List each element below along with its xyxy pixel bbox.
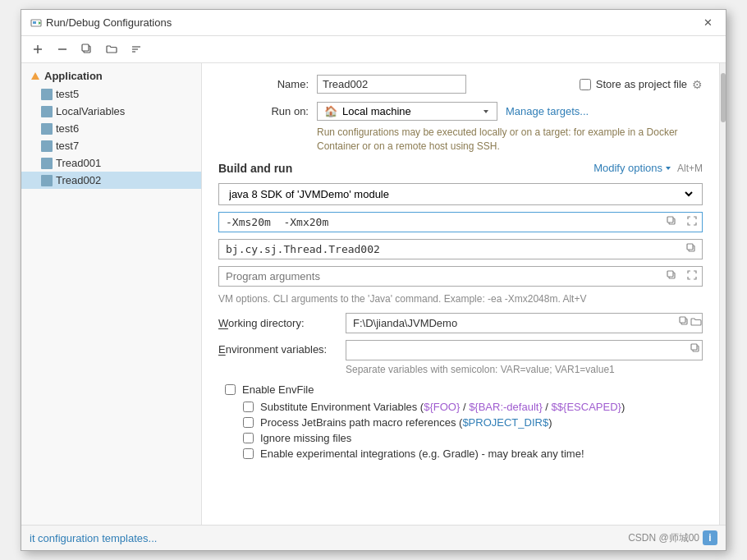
sdk-select-row: java 8 SDK of 'JVMDemo' module [218,183,703,205]
scrollbar-thumb[interactable] [721,73,726,122]
modify-options-area: Modify options Alt+M [593,162,703,174]
name-row: Name: Store as project file ⚙ [218,75,703,94]
remove-config-button[interactable] [53,39,72,59]
svg-rect-17 [687,244,693,250]
sub-checkbox-3[interactable] [243,433,254,443]
run-on-value: Local machine [342,105,411,117]
add-config-button[interactable] [28,39,48,59]
run-debug-dialog: Run/Debug Configurations ✕ [21,9,726,551]
sub-checkbox-1[interactable] [243,402,254,412]
vm-options-input[interactable] [219,213,662,232]
main-panel: Name: Store as project file ⚙ Run on: 🏠 … [202,63,719,525]
run-hint-text: Run configurations may be executed local… [317,126,703,154]
scrollbar[interactable] [719,63,726,525]
sub-checkbox-4[interactable] [243,448,254,459]
folder-icon [690,316,702,328]
toolbar [21,36,726,63]
env-vars-underline: E [218,343,226,356]
main-class-input[interactable] [219,240,682,259]
config-icon [41,106,53,117]
sidebar-item-tread001[interactable]: Tread001 [21,154,201,172]
program-args-expand-icon[interactable] [682,267,702,285]
bottom-right-info: CSDN @师城00 i [628,530,717,545]
store-project-label: Store as project file [596,78,687,90]
add-icon [31,43,44,56]
run-on-dropdown[interactable]: 🏠 Local machine [317,102,497,121]
working-dir-underline: W [218,317,228,329]
env-vars-hint: Separate variables with semicolon: VAR=v… [346,364,703,375]
main-content: Application test5 LocalVariables test6 t… [21,63,726,525]
config-icon [41,175,53,186]
close-button[interactable]: ✕ [699,15,717,30]
name-left: Name: [218,75,466,94]
store-project-checkbox[interactable] [580,79,591,90]
copy-config-button[interactable] [77,39,97,59]
svg-marker-11 [31,72,39,80]
working-dir-input-wrapper [346,313,703,333]
sub-checkbox-2-label: Process JetBrains path macro references … [260,416,552,429]
expand-icon [686,269,698,281]
sub-checkbox-2[interactable] [243,417,254,428]
build-run-header: Build and run Modify options Alt+M [218,162,703,175]
sdk-dropdown[interactable]: java 8 SDK of 'JVMDemo' module [226,187,695,201]
sidebar-item-label: test6 [56,122,79,135]
program-args-input-wrapper [218,266,703,287]
sidebar-item-tread002[interactable]: Tread002 [21,172,201,189]
sub-checkbox-2-row: Process JetBrains path macro references … [218,416,703,429]
working-dir-input[interactable] [346,314,679,333]
folder-icon [105,43,118,56]
run-on-row: Run on: 🏠 Local machine Manage targets..… [218,102,703,121]
home-icon: 🏠 [324,105,337,117]
config-icon [41,140,53,152]
folder-config-button[interactable] [102,39,121,59]
main-class-copy-icon[interactable] [682,241,702,257]
sidebar-item-test5[interactable]: test5 [21,85,201,103]
working-dir-label: Working directory: [218,317,337,329]
sidebar-item-localvariables[interactable]: LocalVariables [21,103,201,120]
sidebar: Application test5 LocalVariables test6 t… [21,63,202,525]
sub-checkbox-1-label: Substitute Environment Variables (${FOO}… [260,401,625,413]
config-templates-link[interactable]: it configuration templates... [30,532,157,544]
program-args-copy-icon[interactable] [662,268,682,284]
env-vars-input[interactable] [346,341,690,360]
sub-checkbox-3-label: Ignore missing files [260,432,351,444]
env-vars-copy-icon[interactable] [690,343,702,357]
modify-options-link[interactable]: Modify options [593,162,672,174]
program-args-input[interactable] [219,267,662,286]
vm-options-expand-icon[interactable] [682,213,702,231]
manage-targets-link[interactable]: Manage targets... [506,105,589,117]
copy-icon [667,270,678,282]
svg-rect-15 [667,217,673,223]
dropdown-arrow-icon [482,108,490,116]
svg-rect-21 [680,317,685,323]
config-icon [41,123,53,135]
dialog-icon [30,16,43,30]
sort-icon [130,43,143,56]
expand-icon [686,215,698,227]
gear-icon[interactable]: ⚙ [692,78,703,91]
name-input[interactable] [317,75,466,94]
sub-checkbox-3-row: Ignore missing files [218,432,703,444]
working-dir-folder-icon[interactable] [690,316,702,330]
sidebar-item-test6[interactable]: test6 [21,120,201,137]
svg-marker-12 [483,110,488,113]
sort-config-button[interactable] [126,39,146,59]
info-badge[interactable]: i [703,530,717,545]
sub-checkbox-1-row: Substitute Environment Variables (${FOO}… [218,401,703,413]
sdk-select[interactable]: java 8 SDK of 'JVMDemo' module [218,183,703,205]
svg-rect-1 [33,21,36,24]
build-run-title: Build and run [218,162,292,175]
title-bar: Run/Debug Configurations ✕ [21,10,726,36]
sidebar-item-test7[interactable]: test7 [21,137,201,154]
config-icon [41,89,53,100]
application-section-icon [30,71,41,82]
config-icon [41,158,53,169]
env-vars-label: Environment variables: [218,340,337,356]
vm-options-input-wrapper [218,212,703,232]
vm-options-copy-icon[interactable] [662,213,682,230]
working-dir-copy-icon[interactable] [679,316,690,330]
copy-icon [686,243,698,255]
enable-envfile-checkbox[interactable] [225,384,236,395]
bottom-bar: it configuration templates... CSDN @师城00… [21,525,726,550]
vm-options-hint: VM options. CLI arguments to the 'Java' … [218,293,703,305]
